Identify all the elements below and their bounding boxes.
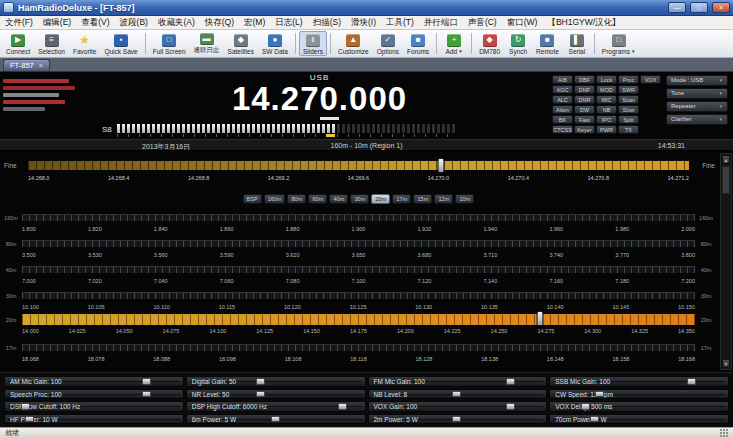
- band-scale-track[interactable]: [22, 292, 695, 299]
- slider-thumb[interactable]: [256, 378, 265, 385]
- slider-fm-mic-gain[interactable]: FM Mic Gain: 100: [368, 376, 548, 387]
- rig-button-dnf[interactable]: DNF: [574, 85, 595, 94]
- menu-item[interactable]: 波段(B): [115, 16, 153, 29]
- rig-button-atten[interactable]: Atten: [552, 105, 573, 114]
- band-button-15m[interactable]: 15m: [413, 194, 432, 204]
- toolbar-button-sw-data[interactable]: ●SW Data: [258, 31, 292, 56]
- slider-thumb[interactable]: [21, 403, 30, 410]
- rig-button-alc[interactable]: ALC: [552, 95, 573, 104]
- close-button[interactable]: ×: [712, 2, 730, 13]
- band-button-160m[interactable]: 160m: [264, 194, 286, 204]
- tuning-thumb[interactable]: [537, 311, 544, 326]
- slider-thumb[interactable]: [142, 378, 151, 385]
- maximize-button[interactable]: □: [690, 2, 708, 13]
- slider-vox-gain[interactable]: VOX Gain: 100: [368, 401, 548, 412]
- band-button-60m[interactable]: 60m: [308, 194, 327, 204]
- rig-button-tx[interactable]: TX: [618, 125, 639, 134]
- rig-button-mod[interactable]: MOD: [596, 85, 617, 94]
- rig-button-keyer[interactable]: Keyer: [574, 125, 595, 134]
- toolbar-button-quick-save[interactable]: ▪Quick Save: [100, 31, 141, 56]
- scroll-down-icon[interactable]: ▼: [722, 359, 730, 368]
- rig-button-fast[interactable]: Fast: [574, 115, 595, 124]
- slider-ssb-mic-gain[interactable]: SSB Mic Gain: 100: [549, 376, 729, 387]
- band-button-bsp[interactable]: BSP: [243, 194, 262, 204]
- slider-thumb[interactable]: [506, 403, 515, 410]
- toolbar-button-sliders[interactable]: ‖Sliders: [299, 31, 327, 56]
- slider-cw-speed[interactable]: CW Speed: 12 wpm: [549, 389, 729, 400]
- slider-2m-power[interactable]: 2m Power: 5 W: [368, 414, 548, 425]
- slider-nr-level[interactable]: NR Level: 50: [186, 389, 366, 400]
- menu-item[interactable]: 日志(L): [270, 16, 307, 29]
- band-button-80m[interactable]: 80m: [287, 194, 306, 204]
- band-button-40m[interactable]: 40m: [329, 194, 348, 204]
- rig-button-dnr[interactable]: DNR: [574, 95, 595, 104]
- toolbar-button-full-screen[interactable]: □Full Screen: [149, 31, 190, 56]
- rig-button-split[interactable]: Split: [618, 115, 639, 124]
- rig-button-repeater[interactable]: Repeater▼: [666, 101, 728, 112]
- slider-am-mic-gain[interactable]: AM Mic Gain: 100: [4, 376, 184, 387]
- band-button-10m[interactable]: 10m: [455, 194, 474, 204]
- slider-thumb[interactable]: [590, 416, 599, 423]
- menu-item[interactable]: 滑块(I): [346, 16, 381, 29]
- band-button-17m[interactable]: 17m: [392, 194, 411, 204]
- menu-item[interactable]: 窗口(W): [502, 16, 543, 29]
- scroll-up-icon[interactable]: ▲: [722, 155, 730, 164]
- slider-nb-level[interactable]: NB Level: 8: [368, 389, 548, 400]
- rig-button-a-b[interactable]: A/B: [552, 75, 573, 84]
- frequency-readout[interactable]: 14.270.000: [96, 82, 543, 116]
- menu-item[interactable]: 【BH1GYW/汉化】: [542, 16, 625, 29]
- menu-item[interactable]: 编辑(E): [38, 16, 76, 29]
- slider-70cm-power[interactable]: 70cm Power: 2 W: [549, 414, 729, 425]
- menu-item[interactable]: 快存(Q): [200, 16, 239, 29]
- freq-cursor-digit[interactable]: 0: [320, 80, 339, 120]
- slider-hf-power[interactable]: HF Power: 10 W: [4, 414, 184, 425]
- tab-close-icon[interactable]: ×: [39, 62, 43, 69]
- rig-button-dw[interactable]: DW: [574, 105, 595, 114]
- slider-thumb[interactable]: [581, 403, 590, 410]
- rig-button-mic[interactable]: MIC: [596, 95, 617, 104]
- rig-button-dbf[interactable]: DBF: [574, 75, 595, 84]
- rig-button-vox[interactable]: VOX: [640, 75, 661, 84]
- slider-thumb[interactable]: [25, 416, 34, 423]
- toolbar-button-synch[interactable]: ↻Synch: [504, 31, 532, 56]
- toolbar-button-customize[interactable]: ▲Customize: [334, 31, 373, 56]
- tab-ft857[interactable]: FT-857 ×: [3, 59, 50, 71]
- rig-button-bk[interactable]: BK: [552, 115, 573, 124]
- slider-vox-delay[interactable]: VOX Delay: 500 ms: [549, 401, 729, 412]
- menu-item[interactable]: 文件(F): [0, 16, 38, 29]
- slider-thumb[interactable]: [452, 391, 461, 398]
- toolbar-button-forums[interactable]: ■Forums: [403, 31, 433, 56]
- band-scale-track[interactable]: [22, 344, 695, 351]
- rig-button-proc[interactable]: Proc: [618, 75, 639, 84]
- slider-thumb[interactable]: [338, 403, 347, 410]
- rig-button-nb[interactable]: NB: [596, 105, 617, 114]
- menu-item[interactable]: 工具(T): [381, 16, 419, 29]
- resize-grip[interactable]: [720, 429, 728, 437]
- slider-dsp-high-cutoff[interactable]: DSP High Cutoff: 6000 Hz: [186, 401, 366, 412]
- fine-tuning-slider[interactable]: [28, 161, 689, 170]
- rig-button-tone[interactable]: Tone▼: [666, 88, 728, 99]
- rig-button-scan[interactable]: Scan: [618, 95, 639, 104]
- slider-digital-gain[interactable]: Digital Gain: 50: [186, 376, 366, 387]
- rig-button-swr[interactable]: SWR: [618, 85, 639, 94]
- toolbar-button-options[interactable]: ✓Options: [373, 31, 403, 56]
- toolbar-button-satellites[interactable]: ◆Satellites: [224, 31, 258, 56]
- rig-button-pwr[interactable]: PWR: [596, 125, 617, 134]
- slider-6m-power[interactable]: 6m Power: 5 W: [186, 414, 366, 425]
- slider-thumb[interactable]: [595, 391, 604, 398]
- slider-thumb[interactable]: [256, 391, 265, 398]
- rig-button-lock[interactable]: Lock: [596, 75, 617, 84]
- band-button-30m[interactable]: 30m: [350, 194, 369, 204]
- slider-thumb[interactable]: [452, 416, 461, 423]
- slider-thumb[interactable]: [506, 378, 515, 385]
- toolbar-button-serial[interactable]: ▌Serial: [563, 31, 591, 56]
- band-scale-track[interactable]: [22, 314, 695, 325]
- menu-item[interactable]: 并行端口: [419, 16, 463, 29]
- rig-button-clarifier[interactable]: Clarifier▼: [666, 114, 728, 125]
- rig-button-mode-usb[interactable]: Mode : USB▼: [666, 75, 728, 86]
- menu-item[interactable]: 扫描(S): [308, 16, 346, 29]
- toolbar-button-item[interactable]: ▬通联日志: [190, 31, 224, 56]
- band-scale-track[interactable]: [22, 266, 695, 273]
- scrollbar-thumb[interactable]: [722, 166, 730, 194]
- slider-thumb[interactable]: [142, 391, 151, 398]
